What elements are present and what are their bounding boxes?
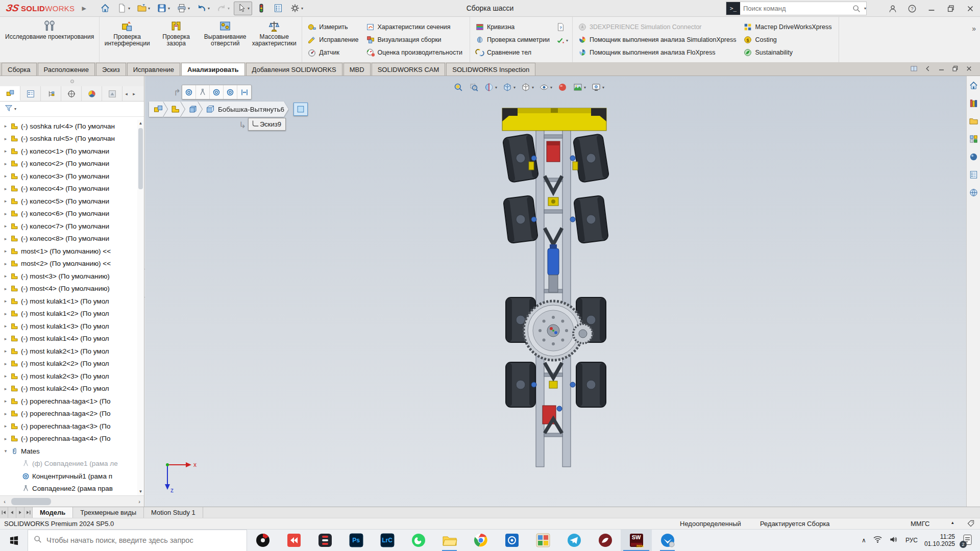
tree-item[interactable]: ▸(-) most kulak1<2> (По умол <box>0 308 137 320</box>
expand-arrow-icon[interactable]: ▸ <box>2 211 9 216</box>
tree-item[interactable]: ▸(-) колесо<3> (По умолчани <box>0 170 137 183</box>
view-orientation-button[interactable]: ▾ <box>501 81 517 93</box>
brand-flyout-arrow-icon[interactable]: ▶ <box>82 5 86 12</box>
dropdown-caret-icon[interactable]: ▾ <box>228 6 230 11</box>
taskbar-app-photoshop[interactable]: Ps <box>340 530 372 551</box>
dropdown-caret-icon[interactable]: ▾ <box>566 38 568 43</box>
expand-arrow-icon[interactable]: ▸ <box>2 436 9 441</box>
expand-arrow-icon[interactable]: ▸ <box>2 398 9 404</box>
breadcrumb-assembly[interactable] <box>149 102 167 117</box>
dropdown-caret-icon[interactable]: ▾ <box>188 6 190 11</box>
tree-item[interactable]: ▸(-) колесо<2> (По умолчани <box>0 158 137 170</box>
minimize-window-button[interactable] <box>922 0 941 17</box>
search-caret-icon[interactable]: ▾ <box>864 6 866 11</box>
design-library-button[interactable] <box>967 97 979 109</box>
ribbon-button[interactable]: Проверка интерференции <box>103 18 152 62</box>
options-button[interactable]: ▾ <box>287 2 306 15</box>
ribbon-button[interactable]: Характеристики сечения <box>364 20 467 33</box>
panel-tab-cam[interactable] <box>102 86 122 101</box>
zoom-fit-button[interactable] <box>452 81 465 93</box>
undo-button[interactable]: ▾ <box>194 2 212 15</box>
tree-item[interactable]: ▸most<2> (По умолчанию) << <box>0 258 137 270</box>
file-explorer-pane-button[interactable] <box>967 115 979 127</box>
minimize-document-button[interactable] <box>938 65 945 74</box>
expand-arrow-icon[interactable]: ▸ <box>2 236 9 241</box>
tree-item[interactable]: ▸(-) most kulak2<4> (По умол <box>0 383 137 395</box>
model-nav-prev-button[interactable] <box>8 507 16 518</box>
ribbon-button[interactable]: Измерить <box>305 20 362 33</box>
taskbar-app-whatsapp[interactable] <box>403 530 434 551</box>
taskbar-app-file-explorer[interactable] <box>434 530 465 551</box>
dropdown-caret-icon[interactable]: ▾ <box>550 85 552 90</box>
expand-arrow-icon[interactable]: ▸ <box>2 298 9 304</box>
panel-tab-propertymanager[interactable] <box>20 86 41 101</box>
scroll-down-icon[interactable]: ▼ <box>137 488 144 495</box>
tree-item[interactable]: ▸(-) soshka rul<4> (По умолчан <box>0 120 137 133</box>
view-palette-button[interactable] <box>967 133 979 145</box>
tree-item[interactable]: ▸(-) most kulak2<2> (По умол <box>0 358 137 370</box>
expand-arrow-icon[interactable]: ▸ <box>2 386 9 391</box>
tree-item[interactable]: ▸(-) most kulak1<4> (По умол <box>0 333 137 345</box>
width-mate-button[interactable] <box>237 85 251 99</box>
print-button[interactable]: ▾ <box>174 2 192 15</box>
select-button[interactable]: ▾ <box>234 2 252 15</box>
expand-arrow-icon[interactable]: ▸ <box>2 123 9 129</box>
mates-folder[interactable]: ▾Mates <box>0 445 137 458</box>
ribbon-button[interactable]: $Costing <box>741 33 836 46</box>
solidworks-forum-button[interactable] <box>967 186 979 198</box>
ribbon-icon-button[interactable]: *▾ <box>555 35 569 46</box>
dropdown-caret-icon[interactable]: ▾ <box>495 85 497 90</box>
design-study-button[interactable]: Исследование проектирования <box>3 18 96 62</box>
tree-filter[interactable]: ▾ <box>0 102 144 117</box>
ribbon-button[interactable]: Массовые характеристики <box>250 18 299 62</box>
taskbar-app-solidworks[interactable]: SW2024 <box>621 530 652 551</box>
open-button[interactable]: ▾ <box>134 2 153 15</box>
ribbon-tab-3[interactable]: Исправление <box>127 63 180 76</box>
selected-sketch-chip[interactable] <box>293 103 308 116</box>
breadcrumb-feature[interactable]: Бобышка-Вытянуть6 <box>198 102 288 117</box>
mate-item[interactable]: Концентричный1 (рама п <box>0 470 137 483</box>
tree-item[interactable]: ▸(-) most kulak1<3> (По умол <box>0 320 137 333</box>
scrollbar-thumb[interactable] <box>11 498 51 505</box>
display-pane-button[interactable] <box>910 65 918 74</box>
command-search-input[interactable] <box>740 5 852 12</box>
mate-item[interactable]: (ф) Совпадение1 (рама ле <box>0 458 137 470</box>
help-button[interactable]: ? <box>902 0 922 17</box>
ribbon-button[interactable]: Помощник выполнения анализа SimulationXp… <box>576 33 740 46</box>
ribbon-button[interactable]: Проверка симметрии <box>473 33 554 46</box>
ribbon-tab-4[interactable]: Анализировать <box>181 63 244 76</box>
apply-scene-button[interactable]: ▾ <box>571 81 587 93</box>
expand-arrow-icon[interactable]: ▸ <box>2 273 9 279</box>
ribbon-button[interactable]: Проверка зазора <box>152 18 201 62</box>
tree-item[interactable]: ▸(-) колесо<6> (По умолчани <box>0 208 137 220</box>
taskbar-app-music-player[interactable] <box>247 530 278 551</box>
expand-arrow-icon[interactable]: ▸ <box>2 323 9 329</box>
restore-window-button[interactable] <box>941 0 961 17</box>
tree-item[interactable]: ▸(-) soshka rul<5> (По умолчан <box>0 133 137 145</box>
expand-arrow-icon[interactable]: ▸ <box>2 198 9 204</box>
expand-arrow-icon[interactable]: ▸ <box>2 348 9 354</box>
ribbon-tab-1[interactable]: Расположение <box>38 63 95 76</box>
tree-item[interactable]: ▸(-) колесо<7> (По умолчани <box>0 220 137 233</box>
model-canvas[interactable]: xz <box>145 76 966 507</box>
command-search[interactable]: >_ ▾ <box>726 2 867 15</box>
ribbon-button[interactable]: Сравнение тел <box>473 46 554 59</box>
taskbar-app-graphics-tool[interactable] <box>590 530 621 551</box>
panel-splitter[interactable] <box>0 76 144 86</box>
expand-arrow-icon[interactable]: ▸ <box>2 411 9 416</box>
sketch-callout[interactable]: Эскиз9 <box>248 118 286 131</box>
mate-item[interactable]: Совпадение2 (рама прав <box>0 483 137 495</box>
appearances-scenes-button[interactable] <box>967 151 979 163</box>
model-nav-next-button[interactable] <box>16 507 24 518</box>
tree-item[interactable]: ▸(-) колесо<1> (По умолчани <box>0 145 137 158</box>
dropdown-caret-icon[interactable]: ▾ <box>128 6 130 11</box>
wifi-icon[interactable] <box>873 535 883 546</box>
ribbon-tab-2[interactable]: Эскиз <box>96 63 126 76</box>
dropdown-caret-icon[interactable]: ▾ <box>301 6 303 11</box>
dropdown-caret-icon[interactable]: ▾ <box>584 85 586 90</box>
model-tab-1[interactable]: Трехмерные виды <box>73 507 144 518</box>
save-button[interactable]: ▾ <box>154 2 173 15</box>
tree-item[interactable]: ▸(-) most<4> (По умолчанию) <box>0 283 137 295</box>
tree-item[interactable]: ▸(-) most kulak2<3> (По умол <box>0 370 137 383</box>
dropdown-caret-icon[interactable]: ▾ <box>208 6 210 11</box>
